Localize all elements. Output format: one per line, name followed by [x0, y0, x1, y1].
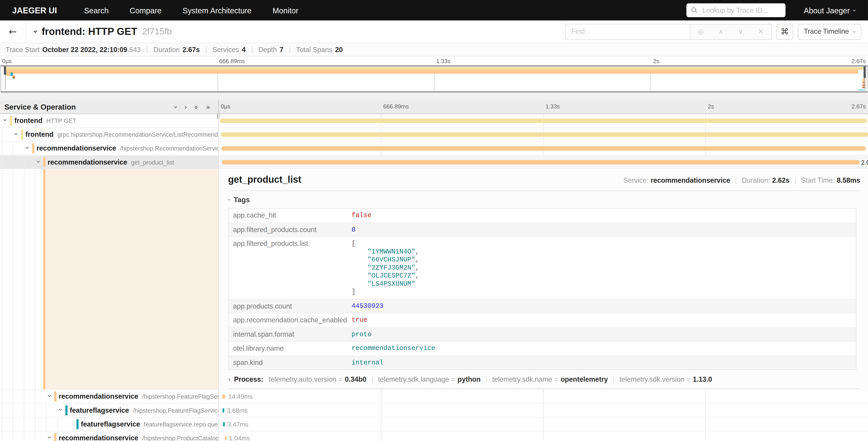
span-duration-bar[interactable] [221, 146, 866, 151]
span-duration-bar[interactable] [225, 436, 226, 440]
span-row-name-cell[interactable]: ›recommendationservice/hipstershop.Produ… [0, 432, 219, 441]
nav-item-monitor[interactable]: Monitor [262, 6, 309, 15]
span-row-name-cell[interactable]: ›recommendationservice/hipstershop.Recom… [0, 142, 219, 155]
service-operation-header: Service & Operation › › » » [0, 100, 219, 114]
span-row-timeline-cell[interactable] [219, 114, 868, 127]
trace-id-search[interactable] [686, 3, 785, 17]
span-duration-bar[interactable] [222, 394, 226, 399]
find-input[interactable] [566, 24, 690, 39]
focus-target-icon[interactable]: ◎ [698, 28, 704, 35]
span-row[interactable]: ›frontendHTTP GET [0, 114, 868, 127]
tag-key: app.filtered_products.list [228, 237, 347, 299]
collapse-one-icon[interactable]: › [172, 106, 180, 109]
span-service-name: recommendationservice [48, 158, 127, 166]
indent-guide [12, 169, 13, 389]
indent-guide [24, 432, 24, 441]
span-expand-chevron-icon[interactable]: › [24, 144, 31, 151]
span-row[interactable]: ›recommendationservice/hipstershop.Featu… [0, 389, 868, 403]
keyboard-shortcuts-button[interactable]: ⌘ [776, 24, 793, 40]
trace-collapse-chevron-icon[interactable]: › [31, 30, 40, 33]
span-row[interactable]: ›recommendationservice/hipstershop.Produ… [0, 431, 868, 441]
span-row-timeline-cell[interactable] [219, 142, 868, 155]
span-row-timeline-cell[interactable]: 2.62s [219, 155, 868, 169]
span-expand-chevron-icon[interactable]: › [2, 117, 9, 123]
nav-item-system-architecture[interactable]: System Architecture [172, 6, 262, 15]
span-expand-chevron-icon[interactable]: › [46, 434, 54, 441]
selected-span-highlight [45, 169, 218, 389]
column-resize-handle[interactable] [217, 114, 220, 119]
next-result-icon[interactable]: ∨ [738, 28, 743, 35]
span-operation-name: HTTP GET [46, 117, 76, 124]
span-meta-starttime: Start Time:8.58ms [801, 177, 860, 184]
about-jaeger-menu[interactable]: About Jaeger › [804, 6, 856, 15]
tags-section-toggle[interactable]: › Tags [228, 196, 860, 204]
span-operation-name: /hipstershop.FeatureFlagService... [142, 393, 219, 400]
nav-links: SearchCompareSystem ArchitectureMonitor [73, 6, 309, 15]
process-field: telemetry.auto.version=0.34b0 [269, 376, 366, 383]
tag-row: app.cache_hitfalse [228, 209, 856, 222]
trace-view-selector[interactable]: Trace Timeline › [798, 24, 861, 40]
axis-tick: 2s [651, 58, 659, 64]
span-duration-bar[interactable] [223, 408, 224, 412]
back-button[interactable]: ← [0, 21, 26, 43]
span-expand-chevron-icon[interactable]: › [46, 392, 54, 399]
minimap-span-brown [12, 76, 15, 78]
chevron-right-icon: › [228, 376, 231, 383]
expand-one-icon[interactable]: › [184, 103, 187, 111]
span-expand-chevron-icon[interactable]: › [57, 406, 65, 413]
span-row-name-cell[interactable]: ›recommendationservice/hipstershop.Featu… [0, 390, 219, 403]
span-service-name: featureflagservice [81, 420, 140, 428]
minimap-left-scrubber[interactable] [4, 66, 6, 75]
tag-row: app.products.count44530923 [228, 299, 856, 313]
service-color-bar [65, 406, 67, 415]
divider [206, 46, 206, 53]
span-service-name: featureflagservice [70, 407, 129, 414]
minimap-canvas[interactable] [0, 65, 867, 93]
span-duration-bar[interactable] [221, 133, 868, 137]
prev-result-icon[interactable]: ∧ [718, 28, 723, 35]
minimap-right-scrubber[interactable] [864, 66, 866, 78]
span-row-timeline-cell[interactable]: 1.04ms [219, 432, 868, 441]
tag-row: app.filtered_products.list[ "1YMWWN1N4O"… [228, 237, 856, 299]
trace-id-search-input[interactable] [701, 6, 781, 15]
span-expand-chevron-icon[interactable]: › [35, 158, 42, 165]
span-row-name-cell[interactable]: ›featureflagservice/hipstershop.FeatureF… [0, 404, 219, 417]
span-row-name-cell[interactable]: ›recommendationserviceget_product_list [0, 155, 219, 169]
summary-item-duration: Duration2.67s [153, 46, 199, 53]
span-row[interactable]: ›frontendgrpc.hipstershop.Recommendation… [0, 127, 868, 141]
span-row[interactable]: ›featureflagservice/hipstershop.FeatureF… [0, 403, 868, 417]
tag-key: otel.library.name [228, 342, 347, 355]
span-row-name-cell[interactable]: featureflagservicefeatureflagservice.rep… [0, 418, 219, 431]
span-rows-bottom: ›recommendationservice/hipstershop.Featu… [0, 389, 868, 441]
app-logo[interactable]: JAEGER UI [12, 5, 57, 15]
span-row[interactable]: ›recommendationserviceget_product_list2.… [0, 155, 868, 169]
clear-find-icon[interactable]: ✕ [758, 28, 764, 35]
tag-key: internal.span.format [228, 328, 347, 341]
tag-value: internal [347, 356, 856, 370]
chevron-down-icon: › [850, 30, 858, 33]
span-row-timeline-cell[interactable]: 14.49ms [219, 390, 868, 403]
find-group: ◎ ∧ ∨ ✕ [565, 24, 772, 40]
span-duration-bar[interactable] [220, 119, 867, 123]
span-row-timeline-cell[interactable]: 3.68ms [219, 404, 868, 417]
span-row[interactable]: ›recommendationservice/hipstershop.Recom… [0, 141, 868, 155]
span-duration-label: 1.04ms [229, 435, 250, 441]
nav-item-compare[interactable]: Compare [119, 6, 172, 15]
span-expand-chevron-icon[interactable]: › [13, 130, 20, 137]
span-row-timeline-cell[interactable] [219, 128, 868, 141]
tag-key: app.filtered_products.count [228, 223, 347, 237]
service-color-bar [43, 157, 45, 167]
indent-guide [24, 404, 24, 417]
span-row-name-cell[interactable]: ›frontendgrpc.hipstershop.Recommendation… [0, 128, 219, 141]
span-duration-bar[interactable] [222, 160, 860, 164]
indent-guide [12, 404, 13, 417]
collapse-all-icon[interactable]: » [192, 105, 201, 109]
nav-item-search[interactable]: Search [73, 6, 119, 15]
span-row-name-cell[interactable]: ›frontendHTTP GET [0, 114, 219, 127]
span-duration-bar[interactable] [223, 422, 225, 426]
span-row-timeline-cell[interactable]: 3.47ms [219, 418, 868, 431]
process-section-toggle[interactable]: › Process: telemetry.auto.version=0.34b0… [228, 376, 860, 383]
expand-all-icon[interactable]: » [206, 103, 210, 111]
tag-value: 44530923 [347, 299, 856, 313]
span-row[interactable]: featureflagservicefeatureflagservice.rep… [0, 417, 868, 431]
